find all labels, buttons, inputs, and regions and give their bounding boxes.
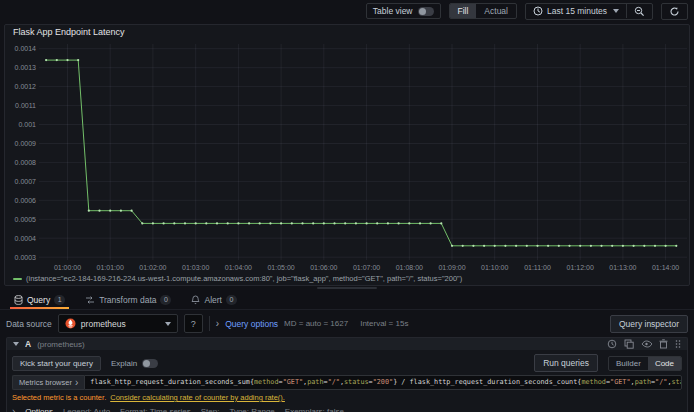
query-datasource-hint: (prometheus) bbox=[37, 340, 85, 349]
datasource-select[interactable]: prometheus bbox=[58, 314, 178, 333]
panel-area: Flask App Endpoint Latency 0.00140.00130… bbox=[0, 22, 694, 286]
metrics-browser-button[interactable]: Metrics browser › bbox=[12, 375, 84, 390]
run-queries-button[interactable]: Run queries bbox=[534, 354, 598, 372]
datasource-help-button[interactable]: ? bbox=[184, 314, 203, 333]
svg-text:01:03:00: 01:03:00 bbox=[182, 264, 209, 271]
query-options-summary: MD = auto = 1627 Interval = 15s bbox=[284, 319, 408, 328]
svg-text:01:13:00: 01:13:00 bbox=[609, 264, 636, 271]
time-range-label: Last 15 minutes bbox=[547, 6, 607, 16]
svg-text:01:10:00: 01:10:00 bbox=[481, 264, 508, 271]
time-range-picker[interactable]: Last 15 minutes bbox=[526, 4, 626, 18]
query-row-actions bbox=[607, 339, 681, 349]
tab-alert-count: 0 bbox=[226, 295, 237, 305]
query-expression-input[interactable]: flask_http_request_duration_seconds_sum{… bbox=[84, 375, 682, 390]
svg-text:01:07:00: 01:07:00 bbox=[353, 264, 380, 271]
datasource-label: Data source bbox=[6, 319, 52, 329]
query-toolbar: Kick start your query Explain Run querie… bbox=[12, 353, 682, 373]
tab-query[interactable]: Query 1 bbox=[6, 290, 73, 309]
trash-icon bbox=[659, 339, 668, 349]
svg-text:01:05:00: 01:05:00 bbox=[267, 264, 294, 271]
query-row-body: Kick start your query Explain Run querie… bbox=[6, 350, 688, 412]
max-data-points-summary: MD = auto = 1627 bbox=[284, 319, 348, 328]
query-inspector-button[interactable]: Query inspector bbox=[610, 315, 688, 333]
svg-text:0.001: 0.001 bbox=[18, 121, 36, 128]
option-step: Step: bbox=[201, 407, 220, 412]
builder-button[interactable]: Builder bbox=[609, 357, 648, 370]
grafana-panel-editor: Table view Fill Actual Last 15 minutes bbox=[0, 0, 694, 412]
svg-text:01:11:00: 01:11:00 bbox=[524, 264, 551, 271]
table-view-switch[interactable] bbox=[418, 7, 434, 16]
interval-summary: Interval = 15s bbox=[360, 319, 408, 328]
duplicate-query-button[interactable] bbox=[624, 339, 634, 349]
query-ref-id[interactable]: A bbox=[25, 339, 31, 349]
explain-toggle[interactable]: Explain bbox=[111, 359, 158, 368]
svg-text:0.0014: 0.0014 bbox=[15, 45, 37, 52]
eye-icon bbox=[641, 339, 652, 349]
kick-start-query-button[interactable]: Kick start your query bbox=[12, 356, 101, 371]
query-history-button[interactable] bbox=[607, 339, 617, 349]
table-view-label: Table view bbox=[373, 6, 413, 16]
option-type: Type: Range bbox=[229, 407, 274, 412]
remove-query-button[interactable] bbox=[659, 339, 668, 349]
query-options-toggle[interactable]: Query options bbox=[225, 319, 278, 329]
svg-text:01:12:00: 01:12:00 bbox=[567, 264, 594, 271]
chevron-right-icon: › bbox=[12, 407, 15, 412]
query-row-header[interactable]: A (prometheus) bbox=[6, 337, 688, 350]
explain-switch[interactable] bbox=[142, 359, 158, 368]
tab-transform-label: Transform data bbox=[99, 295, 156, 305]
tab-alert[interactable]: Alert 0 bbox=[183, 290, 244, 309]
history-clock-icon bbox=[607, 339, 617, 349]
query-editor-section: A (prometheus) bbox=[0, 337, 694, 412]
svg-text:01:01:00: 01:01:00 bbox=[97, 264, 124, 271]
panel-title[interactable]: Flask App Endpoint Latency bbox=[5, 25, 689, 40]
svg-text:0.0004: 0.0004 bbox=[15, 235, 37, 242]
tab-alert-label: Alert bbox=[204, 295, 221, 305]
topbar: Table view Fill Actual Last 15 minutes bbox=[0, 0, 694, 22]
svg-text:0.0011: 0.0011 bbox=[15, 102, 36, 109]
svg-text:01:02:00: 01:02:00 bbox=[139, 264, 166, 271]
datasource-row: Data source prometheus ? › Query options… bbox=[0, 310, 694, 337]
svg-text:0.0008: 0.0008 bbox=[15, 159, 37, 166]
tab-query-label: Query bbox=[27, 295, 50, 305]
chart-legend: (instance="ec2-184-169-216-224.us-west-1… bbox=[5, 272, 689, 285]
option-exemplars: Exemplars: false bbox=[285, 407, 344, 412]
svg-text:01:04:00: 01:04:00 bbox=[225, 264, 252, 271]
tab-transform-data[interactable]: Transform data 0 bbox=[77, 290, 179, 309]
svg-text:01:08:00: 01:08:00 bbox=[396, 264, 423, 271]
time-controls-group: Last 15 minutes bbox=[525, 3, 653, 20]
hide-response-button[interactable] bbox=[641, 339, 652, 349]
explain-label: Explain bbox=[111, 359, 137, 368]
svg-text:0.0005: 0.0005 bbox=[15, 216, 37, 223]
counter-warning: Selected metric is a counter. Consider c… bbox=[12, 392, 682, 403]
chevron-right-icon: › bbox=[75, 378, 78, 388]
warning-rate-link[interactable]: Consider calculating rate of counter by … bbox=[110, 392, 285, 403]
query-input-row: Metrics browser › flask_http_request_dur… bbox=[12, 375, 682, 390]
legend-series-label[interactable]: (instance="ec2-184-169-216-224.us-west-1… bbox=[26, 274, 462, 283]
fill-actual-group: Fill Actual bbox=[449, 3, 517, 19]
fill-button[interactable]: Fill bbox=[450, 4, 477, 18]
code-button[interactable]: Code bbox=[648, 357, 681, 370]
latency-timeseries-chart[interactable]: 0.00140.00130.00120.00110.0010.00090.000… bbox=[5, 40, 691, 272]
actual-button[interactable]: Actual bbox=[476, 4, 516, 18]
grip-icon bbox=[675, 339, 681, 349]
refresh-button[interactable] bbox=[662, 4, 687, 19]
zoom-out-button[interactable] bbox=[627, 4, 652, 19]
options-toggle[interactable]: Options bbox=[25, 407, 53, 412]
metrics-browser-label: Metrics browser bbox=[19, 378, 72, 387]
svg-text:0.0013: 0.0013 bbox=[15, 64, 37, 71]
collapse-query-icon[interactable] bbox=[13, 342, 19, 346]
options-row: › Options Legend: Auto Format: Time seri… bbox=[12, 405, 682, 412]
copy-icon bbox=[624, 339, 634, 349]
table-view-toggle[interactable]: Table view bbox=[366, 3, 441, 19]
drag-handle[interactable] bbox=[675, 339, 681, 349]
tab-query-count: 1 bbox=[54, 295, 65, 305]
warning-text: Selected metric is a counter. bbox=[12, 392, 106, 403]
bell-icon bbox=[191, 295, 200, 305]
legend-series-swatch bbox=[13, 278, 22, 280]
database-icon bbox=[14, 295, 23, 305]
svg-text:0.0006: 0.0006 bbox=[15, 197, 37, 204]
svg-text:0.0003: 0.0003 bbox=[15, 254, 37, 261]
splitter-grip-icon bbox=[317, 287, 377, 289]
chevron-right-icon: › bbox=[216, 319, 219, 329]
zoom-out-icon bbox=[634, 6, 645, 17]
